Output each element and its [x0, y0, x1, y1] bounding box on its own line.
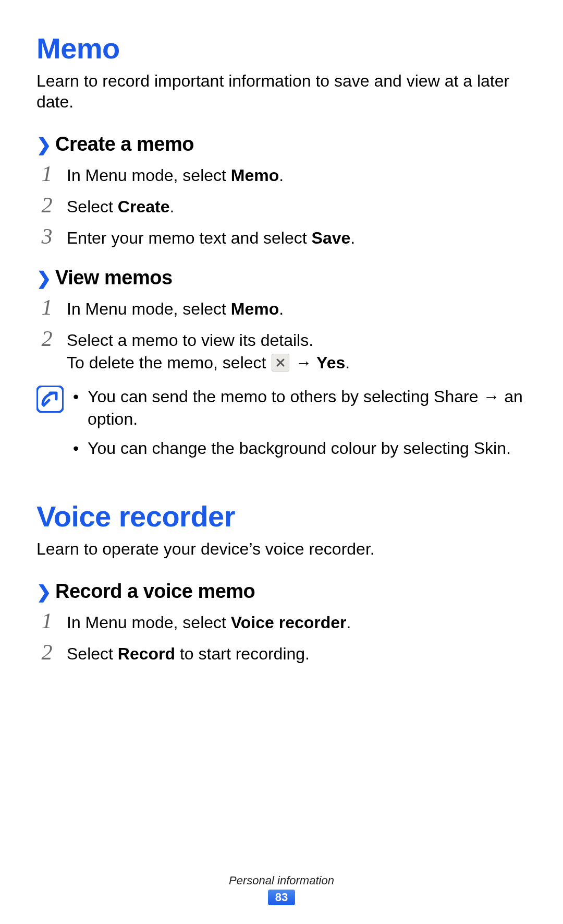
voice-intro: Learn to operate your device’s voice rec…: [36, 538, 527, 559]
step-number: 3: [36, 225, 57, 247]
note-item: You can send the memo to others by selec…: [73, 386, 527, 430]
note-icon: [36, 386, 64, 413]
subsection-heading: View memos: [55, 267, 173, 289]
footer-section-label: Personal information: [0, 874, 563, 887]
step-number: 2: [36, 328, 57, 350]
step-number: 2: [36, 641, 57, 663]
step-row: 1 In Menu mode, select Voice recorder.: [36, 610, 527, 634]
step-row: 2 Select Record to start recording.: [36, 641, 527, 665]
page-number-badge: 83: [268, 890, 295, 905]
section-title-voice: Voice recorder: [36, 499, 527, 533]
step-text: In Menu mode, select Memo.: [67, 298, 284, 320]
step-number: 1: [36, 296, 57, 318]
step-text: Select Create.: [67, 196, 174, 218]
note-list: You can send the memo to others by selec…: [73, 386, 527, 466]
memo-intro: Learn to record important information to…: [36, 70, 527, 112]
step-row: 1 In Menu mode, select Memo.: [36, 296, 527, 320]
step-number: 1: [36, 610, 57, 632]
step-row: 2 Select a memo to view its details. To …: [36, 328, 527, 374]
step-text: In Menu mode, select Voice recorder.: [67, 611, 351, 634]
chevron-icon: ❯: [36, 136, 51, 153]
step-row: 2 Select Create.: [36, 194, 527, 218]
note-block: You can send the memo to others by selec…: [36, 386, 527, 466]
step-text: Enter your memo text and select Save.: [67, 227, 355, 249]
page-footer: Personal information 83: [0, 874, 563, 905]
step-text: Select a memo to view its details. To de…: [67, 329, 350, 374]
section-title-memo: Memo: [36, 31, 527, 65]
chevron-icon: ❯: [36, 269, 51, 287]
step-text: In Menu mode, select Memo.: [67, 164, 284, 187]
close-icon: [272, 354, 289, 371]
subsection-view-memos: ❯ View memos: [36, 267, 527, 289]
step-text: Select Record to start recording.: [67, 643, 310, 665]
step-row: 1 In Menu mode, select Memo.: [36, 163, 527, 187]
subsection-heading: Create a memo: [55, 133, 194, 155]
note-item: You can change the background colour by …: [73, 437, 527, 460]
subsection-heading: Record a voice memo: [55, 580, 255, 603]
subsection-record-voice: ❯ Record a voice memo: [36, 580, 527, 603]
step-number: 1: [36, 163, 57, 185]
subsection-create-memo: ❯ Create a memo: [36, 133, 527, 155]
step-row: 3 Enter your memo text and select Save.: [36, 225, 527, 249]
step-number: 2: [36, 194, 57, 216]
manual-page: Memo Learn to record important informati…: [0, 0, 563, 665]
chevron-icon: ❯: [36, 583, 51, 601]
svg-rect-0: [37, 386, 63, 412]
